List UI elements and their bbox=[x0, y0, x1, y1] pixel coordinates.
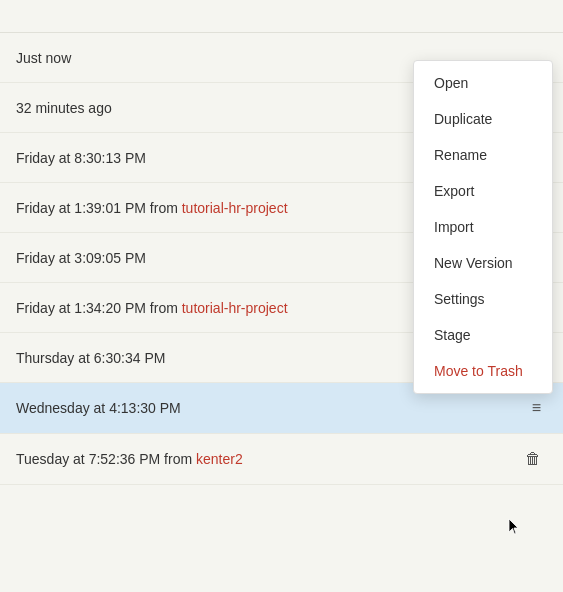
cursor bbox=[508, 518, 520, 536]
activity-time-text: Tuesday at 7:52:36 PM from kenter2 bbox=[16, 451, 243, 467]
trash-button[interactable]: 🗑 bbox=[519, 448, 547, 470]
activity-link[interactable]: tutorial-hr-project bbox=[182, 300, 288, 316]
context-menu-item-export[interactable]: Export bbox=[414, 173, 552, 209]
header bbox=[0, 0, 563, 33]
activity-time-text: Friday at 8:30:13 PM bbox=[16, 150, 146, 166]
context-menu-item-open[interactable]: Open bbox=[414, 65, 552, 101]
context-menu-item-settings[interactable]: Settings bbox=[414, 281, 552, 317]
hamburger-menu-button[interactable]: ≡ bbox=[526, 397, 547, 419]
context-menu-item-stage[interactable]: Stage bbox=[414, 317, 552, 353]
context-menu-item-duplicate[interactable]: Duplicate bbox=[414, 101, 552, 137]
context-menu: OpenDuplicateRenameExportImportNew Versi… bbox=[413, 60, 553, 394]
activity-time-text: Friday at 1:39:01 PM from tutorial-hr-pr… bbox=[16, 200, 288, 216]
activity-time-text: Friday at 1:34:20 PM from tutorial-hr-pr… bbox=[16, 300, 288, 316]
context-menu-item-move-to-trash[interactable]: Move to Trash bbox=[414, 353, 552, 389]
activity-time-text: Thursday at 6:30:34 PM bbox=[16, 350, 165, 366]
activity-link[interactable]: tutorial-hr-project bbox=[182, 200, 288, 216]
list-item: Tuesday at 7:52:36 PM from kenter2🗑 bbox=[0, 434, 563, 485]
context-menu-item-rename[interactable]: Rename bbox=[414, 137, 552, 173]
activity-time-text: Friday at 3:09:05 PM bbox=[16, 250, 146, 266]
activity-time-text: Wednesday at 4:13:30 PM bbox=[16, 400, 181, 416]
context-menu-item-new-version[interactable]: New Version bbox=[414, 245, 552, 281]
activity-link[interactable]: kenter2 bbox=[196, 451, 243, 467]
context-menu-item-import[interactable]: Import bbox=[414, 209, 552, 245]
activity-time-text: 32 minutes ago bbox=[16, 100, 112, 116]
activity-time-text: Just now bbox=[16, 50, 71, 66]
